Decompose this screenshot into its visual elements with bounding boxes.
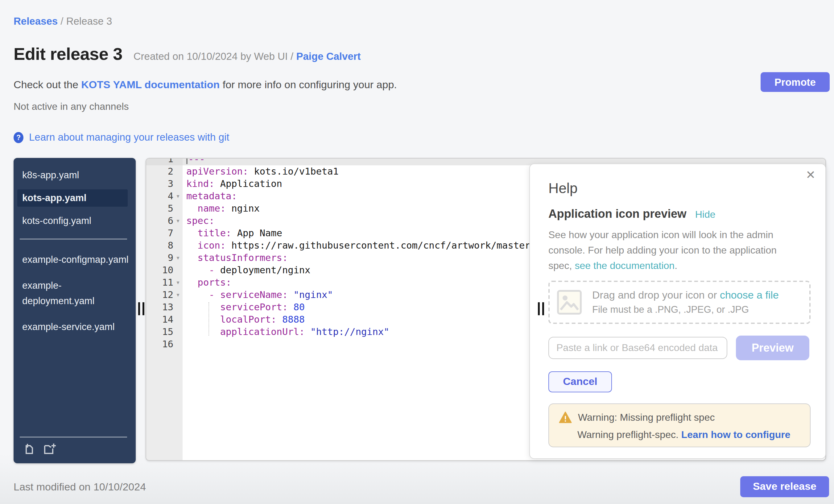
learn-configure-link[interactable]: Learn how to configure [681, 429, 791, 440]
save-release-button[interactable]: Save release [740, 476, 829, 497]
new-file-icon[interactable] [23, 443, 35, 455]
preflight-warning-box: Warning: Missing preflight spec Warning … [548, 403, 811, 447]
channel-status: Not active in any channels [14, 101, 129, 112]
line-number: 14 [146, 313, 182, 326]
file-tree-footer [20, 437, 127, 455]
code-text: localPort: 8888 [182, 313, 305, 326]
line-number: 6▾ [146, 215, 182, 227]
dropzone-text: Drag and drop your icon or choose a file [592, 289, 779, 302]
code-text: icon: https://raw.githubusercontent.com/… [182, 239, 536, 252]
choose-file-link[interactable]: choose a file [720, 289, 779, 301]
line-number: 3 [146, 178, 182, 190]
code-text: metadata: [182, 190, 237, 202]
hide-link[interactable]: Hide [695, 209, 716, 220]
dropzone-filetypes: File must be a .PNG, .JPEG, or .JPG [592, 304, 779, 315]
line-number: 9▾ [146, 252, 182, 264]
help-title: Help [548, 179, 811, 197]
line-number: 13 [146, 301, 182, 313]
icon-url-input[interactable] [548, 337, 727, 359]
warning-title: Warning: Missing preflight spec [578, 412, 715, 423]
text-cursor [186, 158, 188, 164]
git-help-row: ? Learn about managing your releases wit… [14, 131, 229, 143]
preview-button[interactable]: Preview [736, 335, 809, 360]
line-number: 4▾ [146, 190, 182, 202]
breadcrumb: Releases / Release 3 [14, 16, 112, 27]
title-row: Edit release 3 Created on 10/10/2024 by … [14, 44, 361, 64]
page-title: Edit release 3 [14, 44, 123, 64]
line-number: 11▾ [146, 276, 182, 289]
line-number: 16 [146, 338, 182, 350]
docs-line: Check out the KOTS YAML documentation fo… [14, 79, 397, 91]
question-icon: ? [14, 132, 23, 143]
file-tree-item-k8s-app-yaml[interactable]: k8s-app.yaml [14, 167, 136, 184]
code-text: apiVersion: kots.io/v1beta1 [182, 165, 339, 178]
kots-yaml-docs-link[interactable]: KOTS YAML documentation [81, 79, 220, 91]
indent-guide [208, 302, 209, 335]
code-text: - serviceName: "nginx" [182, 289, 333, 301]
breadcrumb-current: Release 3 [66, 16, 112, 26]
help-panel: ✕ Help Application icon preview Hide See… [529, 163, 826, 459]
code-text [182, 338, 186, 350]
warning-detail: Warning preflight-spec. Learn how to con… [559, 429, 800, 440]
cancel-button[interactable]: Cancel [548, 371, 612, 392]
line-number: 1 [146, 158, 182, 165]
file-tree-item-example-deployment-yaml[interactable]: example-deployment.yaml [14, 276, 136, 310]
new-folder-icon[interactable] [44, 443, 57, 455]
git-help-link[interactable]: Learn about managing your releases with … [29, 131, 229, 143]
fold-arrow-icon[interactable]: ▾ [174, 252, 182, 264]
edit-release-page: Releases / Release 3 Edit release 3 Crea… [0, 0, 834, 504]
icon-preview-description: See how your application icon will look … [548, 227, 800, 273]
breadcrumb-releases-link[interactable]: Releases [14, 16, 58, 26]
see-documentation-link[interactable]: see the documentation [575, 260, 675, 271]
code-text: name: nginx [182, 202, 260, 215]
file-tree-item-kots-config-yaml[interactable]: kots-config.yaml [14, 212, 136, 229]
code-text: ports: [182, 276, 231, 289]
fold-arrow-icon[interactable]: ▾ [174, 190, 182, 202]
icon-preview-title: Application icon preview [548, 207, 686, 221]
fold-arrow-icon[interactable]: ▾ [174, 276, 182, 289]
file-tree: k8s-app.yamlkots-app.yamlkots-config.yam… [14, 158, 136, 463]
help-panel-resize-handle[interactable] [538, 302, 544, 315]
warning-icon [559, 412, 572, 423]
created-info: Created on 10/10/2024 by Web UI / Paige … [134, 50, 361, 62]
file-tree-item-example-service-yaml[interactable]: example-service.yaml [14, 318, 136, 335]
code-text: servicePort: 80 [182, 301, 305, 313]
fold-arrow-icon[interactable]: ▾ [174, 215, 182, 227]
close-icon[interactable]: ✕ [806, 169, 815, 181]
code-text: applicationUrl: "http://nginx" [182, 326, 389, 338]
code-text: statusInformers: [182, 252, 288, 264]
file-tree-item-kots-app-yaml[interactable]: kots-app.yaml [17, 190, 128, 207]
last-modified: Last modified on 10/10/2024 [14, 481, 146, 494]
file-tree-divider [20, 239, 127, 239]
code-text: - deployment/nginx [182, 264, 310, 276]
line-number: 10 [146, 264, 182, 276]
line-number: 15 [146, 326, 182, 338]
line-number: 7 [146, 227, 182, 239]
line-number: 2 [146, 165, 182, 178]
author-link[interactable]: Paige Calvert [296, 50, 360, 62]
fold-arrow-icon[interactable]: ▾ [174, 289, 182, 301]
breadcrumb-separator: / [58, 16, 66, 26]
code-text: kind: Application [182, 178, 282, 190]
sidebar-resize-handle[interactable] [138, 302, 144, 315]
code-text: spec: [182, 215, 214, 227]
file-tree-item-example-configmap-yaml[interactable]: example-configmap.yaml [14, 250, 136, 268]
icon-dropzone[interactable]: Drag and drop your icon or choose a file… [548, 281, 811, 324]
line-number: 8 [146, 239, 182, 252]
line-number: 12▾ [146, 289, 182, 301]
promote-button[interactable]: Promote [761, 72, 830, 92]
code-text: title: App Name [182, 227, 282, 239]
line-number: 5 [146, 202, 182, 215]
image-placeholder-icon [557, 290, 582, 314]
code-text: --- [182, 158, 205, 165]
